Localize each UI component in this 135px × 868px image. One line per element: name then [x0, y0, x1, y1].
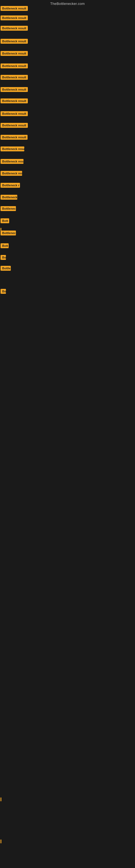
badge-label: Bott [1, 218, 9, 223]
badge-label: Bottleneck result [1, 87, 28, 92]
bottleneck-result-badge: Bottlenec [1, 230, 16, 237]
badge-label: Bottleneck resu [1, 159, 24, 164]
bottleneck-result-badge: Bottleneck result [1, 135, 28, 141]
bottleneck-result-badge: Bottleneck [1, 195, 17, 201]
bottleneck-result-badge: Bott [1, 243, 9, 249]
badge-label: Bottleneck [1, 195, 17, 199]
bottleneck-result-badge: Bottlenec [1, 206, 16, 212]
badge-label: Bottleneck result [1, 75, 28, 80]
badge-label: Bott [1, 243, 9, 248]
badge-label: Bottlenec [1, 206, 16, 211]
vertical-bar [1, 798, 1, 801]
bottleneck-result-badge: Bottleneck resu [1, 147, 24, 152]
badge-label: Bottleneck result [1, 6, 28, 11]
badge-label: Bottleneck result [1, 16, 28, 20]
badge-label: Bo [1, 289, 6, 294]
bottleneck-result-badge: Bottleneck result [1, 39, 28, 45]
badge-label: Bottleneck result [1, 63, 28, 68]
bottleneck-result-badge: Bottleneck result [1, 98, 28, 104]
vertical-bar [1, 228, 1, 231]
bottleneck-result-badge: Bottleneck result [1, 111, 28, 117]
bottleneck-result-badge: Bo [1, 255, 6, 261]
badge-label: Bottleneck result [1, 123, 28, 128]
bottleneck-result-badge: Bottleneck resu [1, 159, 24, 165]
badge-label: Bottleneck r [1, 183, 20, 188]
bottleneck-result-badge: Bottleneck result [1, 75, 28, 81]
badge-label: Bottleneck result [1, 135, 28, 140]
badge-label: Bottleneck result [1, 98, 28, 103]
bottleneck-result-badge: Bott [1, 218, 9, 224]
badge-label: Bottlenec [1, 230, 16, 236]
bottleneck-result-badge: Bottleneck r [1, 183, 20, 189]
bottleneck-result-badge: Bottleneck result [1, 6, 28, 12]
badge-label: Bottleneck result [1, 26, 28, 31]
badge-label: Bo [1, 255, 6, 260]
bottleneck-result-badge: Bottle [1, 266, 11, 272]
badge-label: Bottleneck result [1, 111, 28, 116]
bottleneck-result-badge: Bottleneck result [1, 51, 28, 57]
badge-label: Bottleneck result [1, 51, 28, 56]
bottleneck-result-badge: Bottleneck result [1, 63, 28, 69]
badge-label: Bottleneck res [1, 171, 22, 176]
bottleneck-result-badge: Bottleneck res [1, 171, 22, 177]
badge-label: Bottle [1, 266, 11, 271]
bottleneck-result-badge: Bottleneck result [1, 26, 28, 32]
bottleneck-result-badge: Bottleneck result [1, 16, 28, 22]
bottleneck-result-badge: Bottleneck result [1, 123, 28, 129]
bottleneck-result-badge: Bo [1, 289, 6, 295]
bottleneck-result-badge: Bottleneck result [1, 87, 28, 93]
vertical-bar [1, 839, 1, 843]
badge-label: Bottleneck resu [1, 147, 24, 151]
badge-label: Bottleneck result [1, 39, 28, 44]
